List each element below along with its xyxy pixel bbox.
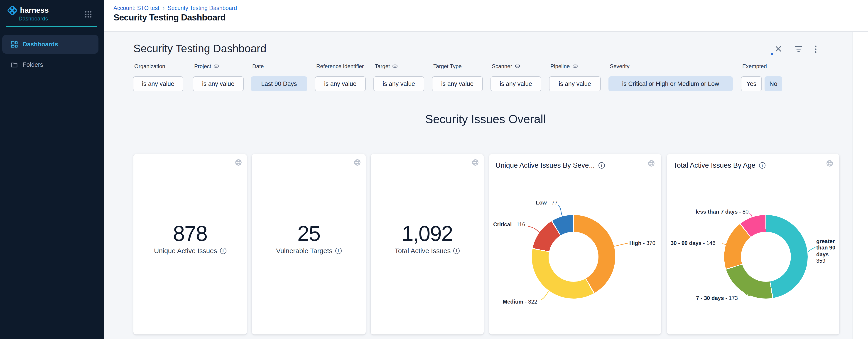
top-header: Account: STO test › Security Testing Das… <box>104 0 868 32</box>
sidebar-item-dashboards[interactable]: Dashboards <box>2 35 98 54</box>
chart-label-less-than-7-days: less than 7 days80 <box>695 208 749 215</box>
link-icon <box>572 63 578 69</box>
stat-card-unique-active-issues: 878 Unique Active Issues <box>133 154 247 335</box>
filter-label: Reference Identifier <box>315 63 366 69</box>
globe-icon[interactable] <box>235 159 242 166</box>
globe-icon[interactable] <box>648 160 655 167</box>
sidebar-divider <box>6 26 97 27</box>
filter-severity: Severity is Critical or High or Medium o… <box>609 63 733 91</box>
filter-label: Project <box>193 63 244 69</box>
sidebar-item-folders[interactable]: Folders <box>2 55 98 74</box>
donut-chart-severity[interactable] <box>532 215 615 299</box>
dashboard-title: Security Testing Dashboard <box>133 42 266 55</box>
sidebar-item-label: Dashboards <box>23 41 58 48</box>
exempted-no-button[interactable]: No <box>765 76 782 91</box>
chart-label-7-30-days: 7 - 30 days173 <box>696 295 738 302</box>
filter-label: Target Type <box>432 63 483 69</box>
brand-name: harness <box>20 6 49 15</box>
chart-label-greater-than-90-days: greater than 90 days359 <box>816 238 838 264</box>
page-title: Security Testing Dashboard <box>114 12 225 23</box>
globe-icon[interactable] <box>472 159 479 166</box>
filter-label: Date <box>251 63 307 69</box>
filter-pipeline: Pipeline is any value <box>549 63 601 91</box>
chart-card-issues-by-age: Total Active Issues By Age less than 7 d… <box>667 154 839 335</box>
filter-value-button[interactable]: is any value <box>315 76 366 91</box>
exempted-yes-button[interactable]: Yes <box>741 76 762 91</box>
filter-organization: Organization is any value <box>133 63 183 91</box>
filter-project: Project is any value <box>193 63 244 91</box>
donut-chart-age[interactable] <box>724 215 808 299</box>
filter-value-button[interactable]: is Critical or High or Medium or Low <box>609 76 733 91</box>
module-name: Dashboards <box>19 16 48 22</box>
chart-label-critical: Critical116 <box>493 221 525 228</box>
breadcrumb: Account: STO test › Security Testing Das… <box>114 4 237 11</box>
filter-date: Date Last 90 Days <box>251 63 307 91</box>
filter-exempted: Exempted Yes No <box>741 63 782 91</box>
link-icon <box>514 63 520 69</box>
app-grid-icon[interactable] <box>85 11 92 18</box>
right-edge-panel <box>852 32 868 339</box>
chart-label-low: Low77 <box>536 199 558 206</box>
stat-label: Total Active Issues <box>371 247 484 254</box>
filter-value-button[interactable]: is any value <box>432 76 483 91</box>
stat-value: 878 <box>133 221 247 246</box>
kebab-menu-icon[interactable] <box>814 46 817 53</box>
filter-value-button[interactable]: is any value <box>373 76 424 91</box>
app-window: harness Dashboards Dash <box>0 0 868 339</box>
breadcrumb-account-link[interactable]: Account: STO test <box>114 5 159 11</box>
filter-label: Exempted <box>741 63 782 69</box>
stat-card-total-active-issues: 1,092 Total Active Issues <box>371 154 484 335</box>
filter-target-type: Target Type is any value <box>432 63 483 91</box>
notification-dot <box>771 53 773 55</box>
link-icon <box>214 63 219 69</box>
filter-label: Severity <box>609 63 733 69</box>
breadcrumb-page-link[interactable]: Security Testing Dashboard <box>168 5 237 11</box>
link-icon <box>392 63 398 69</box>
chart-label-medium: Medium322 <box>503 299 537 305</box>
folder-icon <box>11 61 18 68</box>
info-icon[interactable] <box>220 248 226 254</box>
chart-title: Total Active Issues By Age <box>673 161 766 169</box>
stat-card-vulnerable-targets: 25 Vulnerable Targets <box>252 154 366 335</box>
section-title: Security Issues Overall <box>304 112 667 126</box>
dashboards-grid-icon <box>11 41 18 48</box>
globe-icon[interactable] <box>354 159 361 166</box>
sidebar-item-label: Folders <box>23 61 43 68</box>
filter-target: Target is any value <box>373 63 424 91</box>
filter-reference-identifier: Reference Identifier is any value <box>315 63 366 91</box>
filter-label: Scanner <box>491 63 541 69</box>
filter-label: Target <box>373 63 424 69</box>
filter-value-button[interactable]: is any value <box>491 76 541 91</box>
filter-icon[interactable] <box>795 46 803 52</box>
chart-title: Unique Active Issues By Seve... <box>495 161 605 169</box>
harness-logo-icon <box>6 4 18 16</box>
filter-value-button[interactable]: is any value <box>133 76 183 91</box>
info-icon[interactable] <box>453 248 460 254</box>
dashboard-toolbar <box>769 45 824 55</box>
breadcrumb-chevron-icon: › <box>162 4 164 11</box>
stat-label: Unique Active Issues <box>133 247 247 254</box>
filter-label: Organization <box>133 63 183 69</box>
stat-value: 1,092 <box>371 221 484 246</box>
filter-scanner: Scanner is any value <box>491 63 541 91</box>
filter-value-button[interactable]: is any value <box>549 76 601 91</box>
info-icon[interactable] <box>335 248 341 254</box>
stat-value: 25 <box>252 221 366 246</box>
close-icon[interactable] <box>775 46 782 52</box>
info-icon[interactable] <box>759 162 766 169</box>
chart-label-high: High370 <box>629 240 655 247</box>
stat-label: Vulnerable Targets <box>252 247 366 254</box>
brand[interactable]: harness <box>6 4 49 16</box>
filter-label: Pipeline <box>549 63 601 69</box>
filter-value-button[interactable]: is any value <box>193 76 244 91</box>
info-icon[interactable] <box>598 162 605 169</box>
chart-label-30-90-days: 30 - 90 days146 <box>671 240 716 247</box>
globe-icon[interactable] <box>826 160 833 167</box>
sidebar: harness Dashboards Dash <box>0 0 104 339</box>
chart-card-issues-by-severity: Unique Active Issues By Seve... Low77 Cr… <box>489 154 661 335</box>
filter-value-button[interactable]: Last 90 Days <box>251 76 307 91</box>
